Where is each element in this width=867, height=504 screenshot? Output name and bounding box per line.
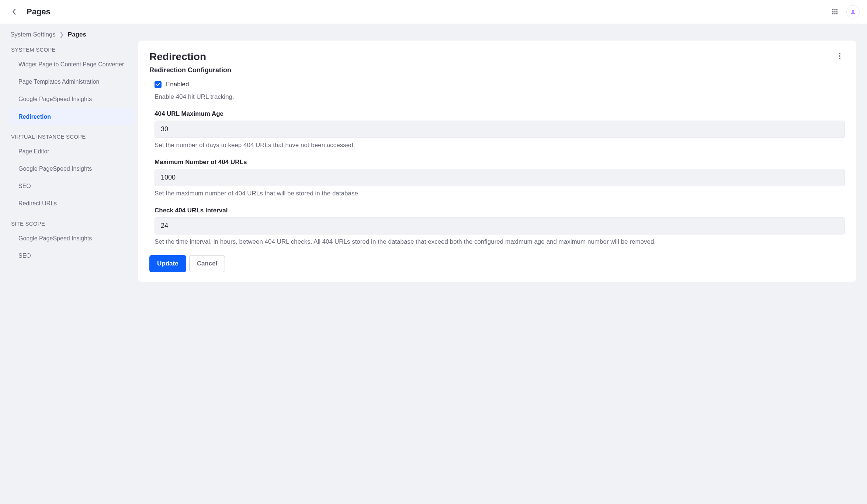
breadcrumb-root[interactable]: System Settings: [10, 31, 56, 38]
scope-header: VIRTUAL INSTANCE SCOPE: [11, 133, 134, 140]
scope-container: SYSTEM SCOPEWidget Page to Content Page …: [10, 46, 134, 264]
scope-header: SYSTEM SCOPE: [11, 46, 134, 53]
update-button[interactable]: Update: [149, 255, 186, 272]
top-right: [830, 5, 860, 18]
svg-rect-8: [836, 13, 837, 14]
svg-point-9: [852, 10, 854, 11]
topbar: Pages: [0, 0, 867, 24]
sidebar-item-label: Google PageSpeed Insights: [18, 235, 92, 241]
sidebar-item[interactable]: Redirect URLs: [10, 195, 134, 212]
main: Redirection Redirection Configuration: [138, 24, 867, 504]
sidebar-item-label: Redirect URLs: [18, 200, 57, 206]
chevron-left-icon: [12, 8, 16, 15]
check-icon: [156, 83, 160, 86]
svg-rect-0: [832, 9, 833, 10]
check-interval-field: Check 404 URLs Interval Set the time int…: [149, 207, 845, 246]
nav-list: Page EditorGoogle PageSpeed InsightsSEOR…: [10, 143, 134, 212]
svg-rect-5: [836, 11, 837, 12]
sidebar-item[interactable]: Widget Page to Content Page Converter: [10, 56, 134, 73]
nav-list: Widget Page to Content Page ConverterPag…: [10, 56, 134, 125]
sidebar-item[interactable]: Page Templates Administration: [10, 73, 134, 90]
sidebar-item[interactable]: SEO: [10, 177, 134, 195]
scope-header: SITE SCOPE: [11, 220, 134, 227]
sidebar-item-label: SEO: [18, 253, 31, 259]
check-interval-label: Check 404 URLs Interval: [155, 207, 845, 214]
max-number-label: Maximum Number of 404 URLs: [155, 159, 845, 166]
config-card: Redirection Redirection Configuration: [138, 41, 856, 282]
enabled-field: Enabled Enable 404 hit URL tracking.: [149, 81, 845, 101]
sidebar-item-label: Google PageSpeed Insights: [18, 166, 92, 172]
back-button[interactable]: [9, 7, 19, 17]
card-head: Redirection: [149, 51, 845, 63]
user-avatar[interactable]: [846, 5, 860, 18]
svg-rect-6: [832, 13, 833, 14]
sidebar-item[interactable]: SEO: [10, 247, 134, 264]
cancel-button[interactable]: Cancel: [189, 255, 225, 272]
breadcrumb-current: Pages: [68, 31, 86, 38]
svg-point-12: [839, 58, 840, 59]
check-interval-input[interactable]: [155, 217, 845, 234]
enabled-checkbox[interactable]: [155, 81, 162, 88]
sidebar-item[interactable]: Google PageSpeed Insights: [10, 230, 134, 247]
sidebar-item-label: Widget Page to Content Page Converter: [18, 61, 124, 67]
enabled-label: Enabled: [166, 81, 189, 88]
nav-list: Google PageSpeed InsightsSEO: [10, 230, 134, 264]
chevron-right-icon: ❯: [59, 31, 64, 38]
max-age-input[interactable]: [155, 121, 845, 138]
max-number-field: Maximum Number of 404 URLs Set the maxim…: [149, 159, 845, 197]
svg-rect-3: [832, 11, 833, 12]
max-age-label: 404 URL Maximum Age: [155, 110, 845, 118]
sidebar-item-label: Redirection: [18, 114, 51, 120]
user-icon: [850, 9, 856, 15]
max-number-help: Set the maximum number of 404 URLs that …: [155, 190, 845, 197]
svg-point-11: [839, 55, 840, 57]
apps-grid-icon: [832, 8, 837, 15]
max-age-field: 404 URL Maximum Age Set the number of da…: [149, 110, 845, 149]
form-actions: Update Cancel: [149, 255, 845, 272]
apps-button[interactable]: [830, 7, 840, 17]
sidebar-item[interactable]: Google PageSpeed Insights: [10, 90, 134, 108]
svg-rect-2: [836, 9, 837, 10]
check-interval-help: Set the time interval, in hours, between…: [155, 238, 845, 246]
sidebar-item-label: Google PageSpeed Insights: [18, 96, 92, 102]
sidebar-item[interactable]: Redirection: [10, 108, 134, 125]
sidebar-item-label: SEO: [18, 183, 31, 189]
card-subtitle: Redirection Configuration: [149, 66, 845, 74]
svg-rect-7: [834, 13, 835, 14]
top-left: Pages: [9, 7, 51, 17]
svg-rect-4: [834, 11, 835, 12]
kebab-icon: [839, 53, 840, 59]
max-age-help: Set the number of days to keep 404 URLs …: [155, 142, 845, 149]
card-title: Redirection: [149, 51, 206, 63]
svg-rect-1: [834, 9, 835, 10]
svg-point-10: [839, 53, 840, 54]
sidebar: System Settings ❯ Pages SYSTEM SCOPEWidg…: [0, 24, 138, 504]
max-number-input[interactable]: [155, 169, 845, 186]
breadcrumb: System Settings ❯ Pages: [10, 31, 134, 38]
sidebar-item[interactable]: Google PageSpeed Insights: [10, 160, 134, 177]
body: System Settings ❯ Pages SYSTEM SCOPEWidg…: [0, 24, 867, 504]
sidebar-item[interactable]: Page Editor: [10, 143, 134, 160]
card-actions-button[interactable]: [835, 51, 845, 61]
sidebar-item-label: Page Editor: [18, 148, 49, 154]
sidebar-item-label: Page Templates Administration: [18, 79, 99, 85]
enabled-row: Enabled: [155, 81, 845, 88]
page-title: Pages: [27, 7, 51, 17]
enabled-hint: Enable 404 hit URL tracking.: [155, 93, 845, 101]
